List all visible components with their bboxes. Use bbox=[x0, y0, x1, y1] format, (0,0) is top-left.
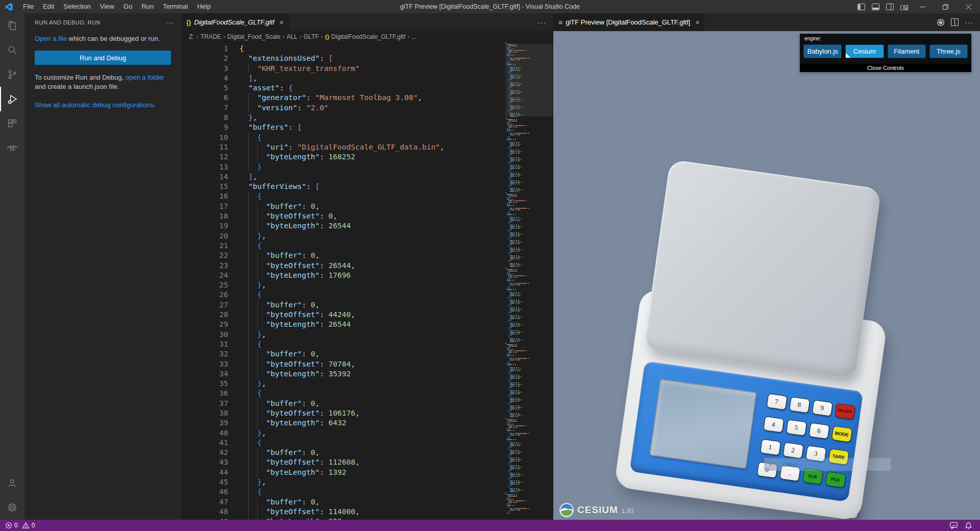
minimize-button[interactable] bbox=[911, 0, 934, 13]
code-line[interactable]: 38"byteOffset": 106176, bbox=[181, 408, 505, 418]
customize-layout-icon[interactable] bbox=[897, 0, 911, 13]
code-line[interactable]: 33"byteOffset": 70784, bbox=[181, 359, 505, 369]
close-tab-icon[interactable]: × bbox=[279, 18, 283, 27]
code-line[interactable]: 35}, bbox=[181, 379, 505, 389]
code-line[interactable]: 29"byteLength": 26544 bbox=[181, 320, 505, 329]
close-preview-tab-icon[interactable]: × bbox=[695, 18, 699, 27]
tab-gltf-file[interactable]: {} DigitalFoodScale_GLTF.gltf × bbox=[181, 13, 289, 31]
code-line[interactable]: 8}, bbox=[181, 113, 505, 123]
toggle-secondary-sidebar-icon[interactable] bbox=[883, 0, 897, 13]
breadcrumb-file[interactable]: {}DigitalFoodScale_GLTF.gltf bbox=[325, 33, 406, 40]
code-line[interactable]: 28"byteOffset": 44240, bbox=[181, 310, 505, 320]
code-line[interactable]: 23"byteOffset": 26544, bbox=[181, 261, 505, 271]
ghost-search-box[interactable]: × Окно bbox=[764, 458, 891, 471]
engine-button-threejs[interactable]: Three.js bbox=[929, 44, 968, 58]
code-line[interactable]: 17"buffer": 0, bbox=[181, 202, 505, 211]
code-line[interactable]: 6"generator": "Marmoset Toolbag 3.08", bbox=[181, 93, 505, 103]
code-line[interactable]: 43"byteOffset": 112608, bbox=[181, 457, 505, 467]
code-line[interactable]: 2"extensionsUsed": [ bbox=[181, 54, 505, 63]
code-line[interactable]: 41{ bbox=[181, 438, 505, 448]
breadcrumb-item[interactable]: Digital_Food_Scale bbox=[227, 33, 280, 40]
toggle-sidebar-icon[interactable] bbox=[854, 0, 868, 13]
menu-go[interactable]: Go bbox=[119, 0, 137, 13]
code-line[interactable]: 42"buffer": 0, bbox=[181, 448, 505, 457]
menu-edit[interactable]: Edit bbox=[38, 0, 59, 13]
editor-more-actions-icon[interactable]: ··· bbox=[537, 18, 547, 27]
code-line[interactable]: 45}, bbox=[181, 477, 505, 487]
close-window-button[interactable] bbox=[957, 0, 980, 13]
split-editor-icon[interactable] bbox=[951, 18, 959, 26]
close-controls-button[interactable]: Close Controls bbox=[800, 64, 971, 72]
run-and-debug-button[interactable]: Run and Debug bbox=[35, 51, 171, 65]
code-line[interactable]: 12"byteLength": 168252 bbox=[181, 152, 505, 162]
search-icon[interactable] bbox=[0, 38, 24, 62]
preview-more-actions-icon[interactable]: ··· bbox=[965, 18, 974, 27]
extensions-icon[interactable] bbox=[0, 111, 24, 136]
code-line[interactable]: 10{ bbox=[181, 133, 505, 142]
code-line[interactable]: 3"KHR_texture_transform" bbox=[181, 64, 505, 74]
notifications-bell-icon[interactable] bbox=[963, 520, 974, 531]
code-line[interactable]: 22"buffer": 0, bbox=[181, 251, 505, 260]
settings-gear-icon[interactable] bbox=[0, 495, 24, 520]
code-line[interactable]: 34"byteLength": 35392 bbox=[181, 369, 505, 379]
menu-selection[interactable]: Selection bbox=[59, 0, 95, 13]
gltf-wheel-icon[interactable] bbox=[937, 18, 945, 27]
breadcrumb-item[interactable]: GLTF bbox=[304, 33, 319, 40]
code-line[interactable]: 46{ bbox=[181, 487, 505, 497]
code-line[interactable]: 11"uri": "DigitalFoodScale_GLTF_data.bin… bbox=[181, 142, 505, 152]
code-line[interactable]: 16{ bbox=[181, 191, 505, 201]
code-line[interactable]: 19"byteLength": 26544 bbox=[181, 221, 505, 231]
gltf-preview-canvas[interactable]: engine: Babylon.jsCesiumFilamentThree.js… bbox=[553, 31, 980, 520]
code-line[interactable]: 27"buffer": 0, bbox=[181, 300, 505, 310]
code-line[interactable]: 25}, bbox=[181, 280, 505, 290]
code-line[interactable]: 9"buffers": [ bbox=[181, 123, 505, 132]
menu-terminal[interactable]: Terminal bbox=[158, 0, 192, 13]
breadcrumb-item[interactable]: TRADE bbox=[201, 33, 222, 40]
source-control-icon[interactable] bbox=[0, 62, 24, 87]
open-file-link[interactable]: Open a file bbox=[35, 35, 67, 42]
menu-file[interactable]: File bbox=[18, 0, 38, 13]
code-line[interactable]: 1{ bbox=[181, 44, 505, 54]
engine-button-cesium[interactable]: Cesium bbox=[845, 44, 884, 58]
code-line[interactable]: 30}, bbox=[181, 330, 505, 340]
problems-status[interactable]: 0 0 bbox=[5, 522, 35, 529]
code-line[interactable]: 20}, bbox=[181, 231, 505, 241]
code-line[interactable]: 39"byteLength": 6432 bbox=[181, 418, 505, 428]
menu-help[interactable]: Help bbox=[192, 0, 215, 13]
cesium-credit[interactable]: CESIUM 1.93 bbox=[559, 503, 633, 517]
code-line[interactable]: 13} bbox=[181, 162, 505, 172]
code-line[interactable]: 7"version": "2.0" bbox=[181, 103, 505, 113]
code-line[interactable]: 21{ bbox=[181, 241, 505, 251]
code-line[interactable]: 24"byteLength": 17696 bbox=[181, 271, 505, 280]
menu-run[interactable]: Run bbox=[137, 0, 158, 13]
feedback-icon[interactable] bbox=[948, 520, 960, 531]
code-line[interactable]: 47"buffer": 0, bbox=[181, 497, 505, 507]
code-line[interactable]: 18"byteOffset": 0, bbox=[181, 211, 505, 221]
open-folder-link[interactable]: open a folder bbox=[126, 74, 164, 81]
code-line[interactable]: 26{ bbox=[181, 290, 505, 300]
code-line[interactable]: 15"bufferViews": [ bbox=[181, 182, 505, 191]
breadcrumb-more[interactable]: ... bbox=[411, 33, 416, 40]
maximize-button[interactable] bbox=[934, 0, 957, 13]
code-line[interactable]: 4], bbox=[181, 74, 505, 83]
code-editor[interactable]: 1{2"extensionsUsed": [3"KHR_texture_tran… bbox=[181, 42, 505, 521]
code-line[interactable]: 44"byteLength": 1392 bbox=[181, 468, 505, 477]
code-line[interactable]: 48"byteOffset": 114000, bbox=[181, 507, 505, 517]
breadcrumb-item[interactable]: ALL bbox=[286, 33, 297, 40]
minimap-slider[interactable] bbox=[505, 44, 553, 116]
toggle-panel-icon[interactable] bbox=[868, 0, 883, 13]
code-line[interactable]: 31{ bbox=[181, 340, 505, 349]
code-line[interactable]: 14], bbox=[181, 172, 505, 182]
tab-gltf-preview[interactable]: ≡ glTF Preview [DigitalFoodScale_GLTF.gl… bbox=[553, 13, 704, 31]
explorer-icon[interactable] bbox=[0, 13, 24, 38]
code-line[interactable]: 40}, bbox=[181, 428, 505, 438]
code-line[interactable]: 5"asset": { bbox=[181, 83, 505, 93]
breadcrumb-item[interactable]: Z: bbox=[189, 33, 194, 40]
engine-button-filament[interactable]: Filament bbox=[888, 44, 926, 58]
gltf-extension-icon[interactable]: TF bbox=[0, 136, 24, 160]
sidebar-more-actions-icon[interactable]: ··· bbox=[165, 18, 174, 27]
engine-button-babylonjs[interactable]: Babylon.js bbox=[803, 44, 842, 58]
show-debug-configs-link[interactable]: Show all automatic debug configurations. bbox=[35, 101, 171, 110]
account-icon[interactable] bbox=[0, 471, 24, 495]
code-line[interactable]: 37"buffer": 0, bbox=[181, 399, 505, 408]
